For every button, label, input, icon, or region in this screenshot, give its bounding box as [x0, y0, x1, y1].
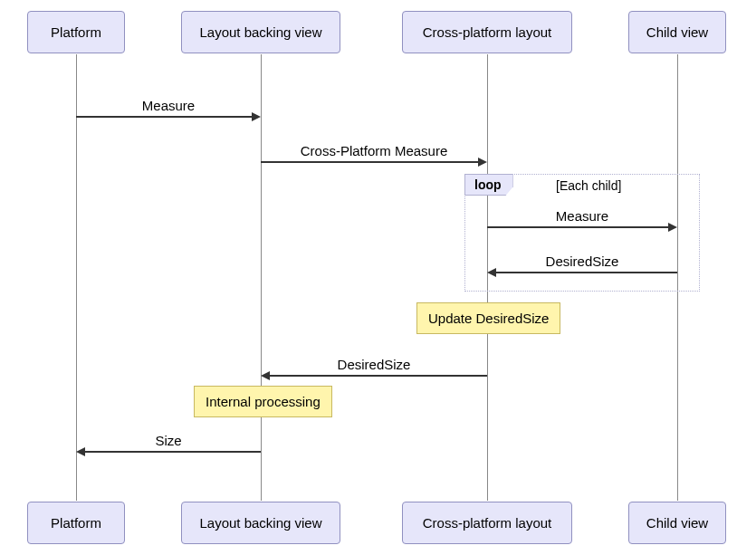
participant-child-bottom: Child view	[628, 502, 726, 544]
loop-keyword: loop	[474, 177, 502, 192]
participant-cross-bottom: Cross-platform layout	[402, 502, 572, 544]
participant-label: Cross-platform layout	[423, 515, 552, 531]
message-arrow	[496, 272, 677, 273]
participant-label: Child view	[646, 515, 708, 531]
message-label-measure-1: Measure	[142, 98, 195, 113]
note-update-desiredsize: Update DesiredSize	[416, 302, 560, 334]
message-label-cross-measure: Cross-Platform Measure	[301, 143, 448, 158]
msg-text: Cross-Platform Measure	[301, 143, 448, 158]
message-arrow	[85, 451, 261, 453]
lifeline-backing	[261, 54, 262, 501]
participant-label: Child view	[646, 24, 708, 40]
participant-label: Layout backing view	[199, 24, 321, 40]
msg-text: Measure	[142, 98, 195, 113]
participant-cross-top: Cross-platform layout	[402, 11, 572, 53]
arrow-head-icon	[252, 112, 261, 121]
message-label-size: Size	[155, 433, 181, 448]
message-label-desiredsize-2: DesiredSize	[338, 357, 411, 372]
participant-label: Platform	[51, 515, 101, 531]
participant-label: Platform	[51, 24, 101, 40]
arrow-head-icon	[261, 371, 270, 380]
participant-platform-bottom: Platform	[27, 502, 125, 544]
note-internal-processing: Internal processing	[194, 386, 332, 417]
message-arrow	[76, 116, 252, 118]
msg-text: Size	[155, 433, 181, 448]
participant-label: Layout backing view	[199, 515, 321, 531]
participant-backing-top: Layout backing view	[181, 11, 340, 53]
message-arrow	[270, 375, 487, 377]
participant-backing-bottom: Layout backing view	[181, 502, 340, 544]
arrow-head-icon	[668, 223, 677, 232]
note-text: Internal processing	[206, 394, 321, 409]
participant-label: Cross-platform layout	[423, 24, 552, 40]
msg-text: Measure	[556, 208, 608, 224]
message-arrow	[261, 161, 478, 163]
message-arrow	[487, 226, 668, 228]
participant-platform-top: Platform	[27, 11, 125, 53]
loop-condition: [Each child]	[556, 178, 621, 193]
loop-frame: loop [Each child]	[464, 174, 700, 292]
participant-child-top: Child view	[628, 11, 726, 53]
loop-condition-text: [Each child]	[556, 178, 621, 193]
arrow-head-icon	[76, 447, 85, 456]
msg-text: DesiredSize	[338, 357, 411, 372]
arrow-head-icon	[487, 268, 496, 277]
message-label-desiredsize-1: DesiredSize	[546, 254, 619, 269]
msg-text: DesiredSize	[546, 254, 619, 269]
message-label-measure-2: Measure	[556, 208, 608, 224]
lifeline-platform	[76, 54, 77, 501]
arrow-head-icon	[478, 158, 487, 167]
loop-label: loop	[464, 174, 513, 196]
note-text: Update DesiredSize	[428, 311, 549, 326]
